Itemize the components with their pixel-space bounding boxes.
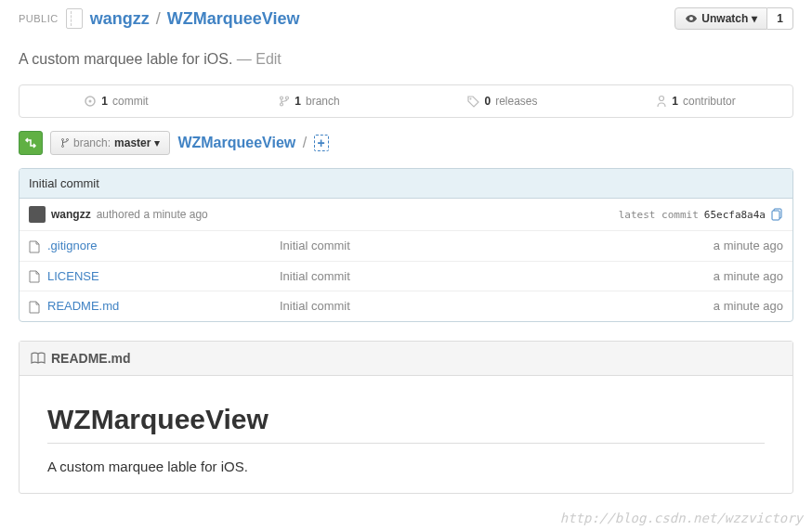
readme-filename: README.md: [51, 351, 131, 366]
file-time: a minute ago: [714, 239, 783, 252]
file-commit-msg[interactable]: Initial commit: [280, 299, 714, 313]
stats-bar: 1 commit 1 branch 0 releases 1 contribut…: [19, 84, 793, 118]
public-badge: PUBLIC: [19, 13, 59, 24]
description-text: A custom marquee lable for iOS.: [19, 51, 232, 67]
branch-row: branch: master ▾ WZMarqueeView / +: [19, 131, 793, 155]
file-row: README.md Initial commit a minute ago: [20, 291, 792, 321]
stat-branches[interactable]: 1 branch: [213, 85, 406, 117]
commit-title: Initial commit: [20, 169, 792, 199]
file-browser: Initial commit wangzz authored a minute …: [19, 168, 793, 322]
stat-contributors[interactable]: 1 contributor: [599, 85, 792, 117]
file-link[interactable]: README.md: [47, 299, 280, 313]
commit-time: authored a minute ago: [97, 208, 208, 221]
stat-commits[interactable]: 1 commit: [20, 85, 213, 117]
compare-button[interactable]: [19, 131, 43, 155]
commit-meta: wangzz authored a minute ago latest comm…: [20, 199, 792, 231]
branch-icon: [60, 137, 70, 149]
eye-icon: [685, 13, 698, 24]
latest-commit-label: latest commit: [619, 209, 699, 221]
caret-down-icon: ▾: [752, 12, 757, 25]
commit-author[interactable]: wangzz: [51, 208, 91, 221]
breadcrumb: wangzz / WZMarqueeView: [90, 9, 300, 29]
stat-releases[interactable]: 0 releases: [406, 85, 599, 117]
file-link[interactable]: .gitignore: [47, 239, 280, 252]
repo-icon: [66, 8, 83, 29]
edit-link[interactable]: — Edit: [237, 51, 282, 67]
add-file-button[interactable]: +: [314, 135, 329, 151]
file-icon: [29, 299, 40, 314]
compare-icon: [24, 136, 37, 149]
svg-point-1: [89, 100, 92, 103]
commit-sha[interactable]: 65ecfa8a4a: [704, 209, 766, 221]
caret-down-icon: ▾: [154, 136, 160, 149]
person-icon: [656, 95, 667, 108]
svg-rect-5: [772, 211, 779, 220]
readme-header: README.md: [20, 342, 792, 376]
file-commit-msg[interactable]: Initial commit: [280, 239, 714, 252]
repo-header: PUBLIC wangzz / WZMarqueeView Unwatch ▾ …: [19, 0, 793, 44]
file-icon: [29, 269, 40, 284]
repo-link[interactable]: WZMarqueeView: [167, 9, 300, 28]
clipboard-icon[interactable]: [771, 208, 783, 221]
branch-icon: [279, 95, 290, 108]
readme-text: A custom marquee lable for iOS.: [47, 459, 765, 474]
file-link[interactable]: LICENSE: [47, 269, 280, 283]
watch-count[interactable]: 1: [767, 7, 793, 30]
readme-box: README.md WZMarqueeView A custom marquee…: [19, 341, 793, 494]
book-icon: [31, 352, 46, 365]
repo-description: A custom marquee lable for iOS. — Edit: [19, 44, 793, 84]
svg-point-2: [470, 97, 472, 99]
file-time: a minute ago: [714, 299, 783, 313]
branch-select[interactable]: branch: master ▾: [50, 131, 170, 155]
owner-link[interactable]: wangzz: [90, 9, 150, 28]
file-row: LICENSE Initial commit a minute ago: [20, 262, 792, 292]
tag-icon: [467, 96, 479, 108]
avatar[interactable]: [29, 206, 46, 223]
path: WZMarqueeView / +: [177, 135, 328, 151]
slash-sep: /: [156, 9, 161, 28]
readme-title: WZMarqueeView: [47, 404, 765, 444]
svg-point-3: [660, 97, 664, 101]
readme-body: WZMarqueeView A custom marquee lable for…: [20, 376, 792, 493]
file-commit-msg[interactable]: Initial commit: [280, 269, 714, 283]
file-row: .gitignore Initial commit a minute ago: [20, 231, 792, 262]
path-repo-link[interactable]: WZMarqueeView: [177, 135, 295, 150]
file-icon: [29, 239, 40, 253]
unwatch-label: Unwatch: [701, 12, 748, 25]
commit-icon: [84, 95, 97, 108]
unwatch-button[interactable]: Unwatch ▾: [674, 7, 767, 30]
file-time: a minute ago: [714, 269, 783, 283]
